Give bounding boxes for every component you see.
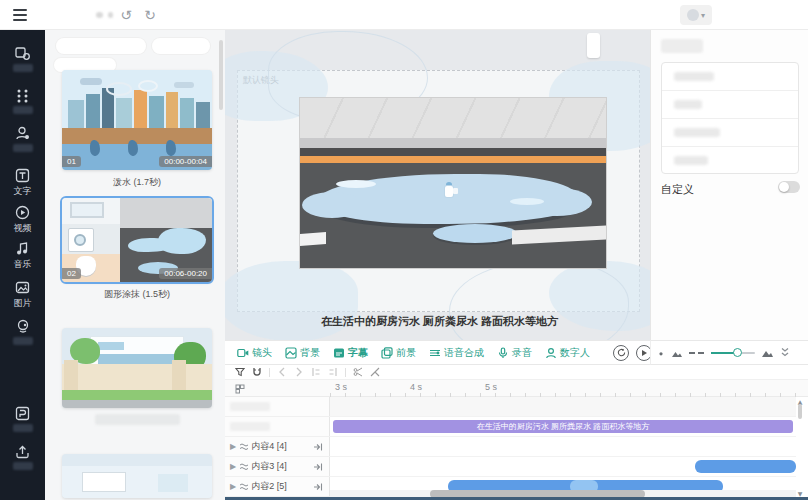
sidebar-item-image[interactable]: 图片 [0, 280, 45, 308]
sidebar-item-video[interactable]: 视频 [0, 205, 45, 233]
tool-record[interactable]: 录音 [497, 346, 532, 360]
blurred-label [13, 64, 33, 72]
filter-tracks-icon[interactable] [235, 367, 245, 377]
track-label-row-content2[interactable]: ▶ 内容2 [5] [225, 477, 330, 497]
expand-chevron-icon[interactable]: ▶ [230, 482, 236, 491]
zoom-slider-handle[interactable] [733, 348, 742, 357]
sidebar-item-upload[interactable] [0, 444, 45, 470]
content3-clip[interactable] [695, 460, 796, 473]
zoom-dot-icon[interactable] [657, 349, 665, 357]
track-lane[interactable] [330, 397, 796, 417]
trim-clip-icon[interactable] [370, 367, 380, 377]
tick-label: 3 s [335, 382, 347, 392]
scenes-icon [15, 46, 30, 61]
jump-to-clip-icon[interactable] [313, 442, 323, 452]
undo-button[interactable]: ↺ [116, 5, 136, 25]
play-icon [640, 349, 648, 357]
scene-sidewalk [300, 98, 606, 138]
thumbnail-large-icon[interactable] [761, 347, 774, 358]
blurred-item [108, 12, 113, 18]
media-card-3[interactable] [62, 328, 212, 425]
sidebar-item-music[interactable]: 音乐 [0, 241, 45, 269]
settings-row[interactable] [662, 147, 798, 175]
magnet-snap-icon[interactable] [252, 367, 262, 377]
canvas-mini-toolbar[interactable] [587, 33, 600, 58]
replay-button[interactable] [613, 345, 629, 361]
track-label-row[interactable] [225, 397, 330, 417]
settings-row[interactable] [662, 119, 798, 147]
custom-toggle[interactable] [778, 181, 800, 193]
sidebar-item-label: 音乐 [14, 259, 32, 269]
left-sidebar: 文字 视频 音乐 图片 ··· [0, 30, 45, 500]
custom-label: 自定义 [661, 182, 694, 197]
expand-chevron-icon[interactable]: ▶ [230, 442, 236, 451]
tool-subtitle[interactable]: 字幕 [333, 346, 368, 360]
search-input[interactable] [56, 38, 146, 54]
time-ruler[interactable]: 3 s 4 s 5 s [225, 380, 808, 397]
collapse-timeline-icon[interactable] [780, 347, 790, 358]
media-scrollbar[interactable] [219, 40, 223, 110]
jump-to-clip-icon[interactable] [313, 462, 323, 472]
category-dropdown[interactable] [152, 38, 210, 54]
media-card-2[interactable]: 02 00:06-00:20 圆形涂抹 (1.5秒) [62, 198, 212, 301]
tool-label: 前景 [396, 346, 416, 360]
track-label-row[interactable] [225, 417, 330, 437]
track-lane-subtitle[interactable]: 在生活中的厨房污水 厕所粪尿水 路面积水等地方 [330, 417, 796, 437]
track-height-icon[interactable] [689, 349, 705, 357]
chevron-down-icon: ▾ [701, 11, 705, 20]
tool-tts[interactable]: 语音合成 [429, 346, 484, 360]
zoom-slider[interactable] [711, 352, 755, 354]
media-card-4[interactable] [62, 454, 212, 498]
media-card-1[interactable]: 01 00:00-00:04 泼水 (1.7秒) [62, 70, 212, 189]
divider [269, 368, 270, 377]
blurred-item [96, 12, 103, 18]
sidebar-item-scenes[interactable] [0, 46, 45, 72]
track-lane-content3[interactable] [330, 457, 796, 477]
user-menu[interactable]: ▾ [680, 5, 712, 25]
video-frame [300, 98, 606, 268]
track-manager-icon[interactable] [235, 384, 245, 394]
split-clip-icon[interactable] [353, 367, 363, 377]
settings-row[interactable] [662, 91, 798, 119]
clip-time-badge: 00:06-00:20 [159, 268, 212, 279]
tool-shot[interactable]: 镜头 [237, 346, 272, 360]
digital-human-icon [545, 347, 557, 359]
tool-digital-human[interactable]: 数字人 [545, 346, 590, 360]
tool-background[interactable]: 背景 [285, 346, 320, 360]
settings-row[interactable] [662, 63, 798, 91]
menu-icon[interactable] [13, 9, 27, 21]
track-lane-content4[interactable] [330, 437, 796, 457]
move-left-icon[interactable] [277, 367, 287, 377]
thumbnail-small-icon[interactable] [671, 348, 683, 358]
sidebar-item-label: 图片 [14, 298, 32, 308]
preview-canvas[interactable]: 默认镜头 在生活中的厨房污水 厕所粪尿水 路面积水等地方 [237, 70, 640, 312]
tool-foreground[interactable]: 前景 [381, 346, 416, 360]
sidebar-item-text[interactable]: 文字 [0, 168, 45, 196]
sidebar-item-subtitle-panel[interactable] [0, 406, 45, 432]
sidebar-item-character[interactable] [0, 126, 45, 152]
properties-panel: 自定义 [650, 30, 808, 340]
align-start-icon[interactable] [311, 367, 321, 377]
expand-chevron-icon[interactable]: ▶ [230, 462, 236, 471]
timeline-toolbar [225, 365, 808, 380]
scene-shoulder [300, 148, 606, 156]
sidebar-item-voice[interactable] [0, 318, 45, 345]
video-icon [15, 205, 30, 220]
align-end-icon[interactable] [328, 367, 338, 377]
sidebar-item-elements[interactable] [0, 88, 45, 114]
clip-time-badge: 00:00-00:04 [159, 156, 212, 167]
redo-button[interactable]: ↻ [140, 5, 160, 25]
track-label-row-content3[interactable]: ▶ 内容3 [4] [225, 457, 330, 477]
tts-icon [429, 347, 441, 359]
timeline-vscrollbar[interactable]: ▲ ▼ [797, 398, 803, 497]
track-label-row-content4[interactable]: ▶ 内容4 [4] [225, 437, 330, 457]
tool-label: 数字人 [560, 346, 590, 360]
jump-to-clip-icon[interactable] [313, 482, 323, 492]
preview-subtitle-text[interactable]: 在生活中的厨房污水 厕所粪尿水 路面积水等地方 [238, 314, 641, 329]
vscroll-thumb[interactable] [798, 404, 802, 419]
move-right-icon[interactable] [294, 367, 304, 377]
track-name: 内容3 [4] [251, 460, 287, 473]
subtitle-clip[interactable]: 在生活中的厨房污水 厕所粪尿水 路面积水等地方 [333, 420, 793, 433]
scroll-down-arrow[interactable]: ▼ [797, 490, 803, 497]
video-editor-window: ↺ ↻ ▾ 文字 视频 音乐 [0, 0, 808, 500]
